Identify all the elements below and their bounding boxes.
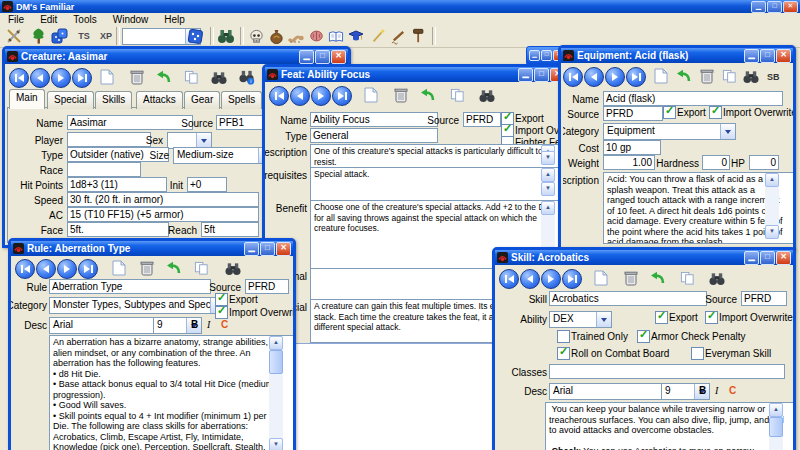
source-input[interactable]: PFRD [245,279,289,294]
ability-dropdown[interactable]: DEX [549,311,612,328]
maximize-button[interactable]: □ [260,242,275,256]
app-minimize-button[interactable]: ▁ [751,1,766,13]
scroll-thumb[interactable] [269,350,283,374]
color-button[interactable]: C [729,385,736,396]
tab-spells[interactable]: Spells [221,91,262,109]
nav-last-button[interactable] [332,86,352,106]
delete-icon[interactable] [391,86,411,104]
nav-first-button[interactable] [563,67,583,87]
close-button[interactable]: ✕ [776,251,791,265]
feat-titlebar[interactable]: Feat: Ability Focus ▁ □ ✕ [265,67,567,82]
italic-button[interactable]: I [715,385,718,396]
undo-icon[interactable] [647,269,667,287]
app-maximize-button[interactable]: □ [767,1,782,13]
copy-icon[interactable] [719,67,739,85]
bold-button[interactable]: B [191,319,198,330]
dropdown-arrow-icon[interactable] [596,312,611,327]
nav-next-button[interactable] [605,67,625,87]
minimize-button[interactable]: ▁ [744,251,759,265]
category-dropdown[interactable]: Equipment [603,123,736,140]
export-checkbox[interactable] [663,106,676,119]
new-record-icon[interactable] [109,259,129,277]
undo-icon[interactable] [153,68,173,86]
nav-next-button[interactable] [51,68,71,88]
hp-input[interactable]: 0 [749,155,779,170]
skill-desc-textarea[interactable]: You can keep your balance while traversi… [545,402,796,450]
type-input[interactable]: General [310,128,438,143]
undo-icon[interactable] [673,67,693,85]
undo-icon[interactable] [417,86,437,104]
nav-next-button[interactable] [311,86,331,106]
rule-input[interactable]: Aberration Type [49,279,211,294]
undo-icon[interactable] [163,259,183,277]
nav-first-button[interactable] [9,68,29,88]
delete-icon[interactable] [697,67,717,85]
find-icon[interactable] [223,259,243,277]
description-scrollbar[interactable]: ▲▼ [765,173,779,239]
source-input[interactable]: PFRD [603,106,663,121]
crossed-swords-icon[interactable] [4,26,24,46]
tree-icon[interactable] [28,26,48,46]
dice-roll-icon[interactable] [186,26,206,46]
find-icon[interactable] [741,67,761,85]
tab-attacks[interactable]: Attacks [136,91,183,109]
close-button[interactable]: ✕ [776,49,791,63]
skill-titlebar[interactable]: Skill: Acrobatics ▁ □ ✕ [495,250,793,265]
font-dropdown[interactable]: Arial [49,317,170,334]
money-bag-icon[interactable] [266,26,286,46]
sb-button[interactable]: SB [767,72,780,82]
app-titlebar[interactable]: DM's Familiar ▁ □ ✕ [0,0,800,13]
rule-desc-textarea[interactable]: An aberration has a bizarre anatomy, str… [49,335,296,450]
ts-button[interactable]: TS [74,26,94,46]
menu-window[interactable]: Window [105,14,157,25]
tab-gear[interactable]: Gear [184,91,220,109]
menu-edit[interactable]: Edit [32,14,65,25]
scroll-thumb[interactable] [769,417,783,437]
rule-titlebar[interactable]: Rule: Aberration Type ▁ □ ✕ [11,241,293,256]
tab-special[interactable]: Special [47,91,94,109]
menu-help[interactable]: Help [156,14,193,25]
book-icon[interactable] [326,26,346,46]
minimize-button[interactable]: ▁ [244,242,259,256]
find-icon[interactable] [477,86,497,104]
nav-last-button[interactable] [626,67,646,87]
export-checkbox[interactable] [655,311,668,324]
copy-icon[interactable] [181,68,201,86]
minimize-button[interactable]: ▁ [518,68,533,82]
source-input[interactable]: PFRD [463,112,501,127]
skull-icon[interactable] [246,26,266,46]
menu-tools[interactable]: Tools [65,14,104,25]
war-hammer-icon[interactable] [408,26,428,46]
nav-prev-button[interactable] [584,67,604,87]
copy-icon[interactable] [677,269,697,287]
new-record-icon[interactable] [651,67,671,85]
graduation-cap-icon[interactable] [346,26,366,46]
everyman-skill-checkbox[interactable] [691,347,704,360]
italic-button[interactable]: I [207,319,210,330]
find-icon[interactable] [209,68,229,86]
color-button[interactable]: C [221,319,228,330]
name-input[interactable]: Ability Focus [310,112,438,127]
xp-button[interactable]: XP [96,26,116,46]
creature-icon[interactable] [286,26,306,46]
nav-last-button[interactable] [72,68,92,88]
minimize-button[interactable]: ▁ [299,50,314,64]
prerequisites-textarea[interactable]: Special attack. [310,167,570,201]
cost-input[interactable]: 10 gp [603,140,661,155]
maximize-button[interactable]: □ [541,50,552,61]
nav-first-button[interactable] [15,259,35,279]
rule-desc-scrollbar[interactable]: ▲▼ [269,336,283,450]
description-scrollbar[interactable]: ▲▼ [541,145,555,165]
tab-main[interactable]: Main [9,89,45,109]
bold-button[interactable]: B [699,385,706,396]
delete-icon[interactable] [137,259,157,277]
import-overwrite-checkbox[interactable] [215,306,228,319]
creature-titlebar[interactable]: Creature: Aasimar ▁ □ ✕ [5,49,348,64]
category-dropdown[interactable]: Monster Types, Subtypes and Special Abi [49,297,226,314]
nav-last-button[interactable] [78,259,98,279]
maximize-button[interactable]: □ [534,68,549,82]
nav-next-button[interactable] [541,269,561,289]
nav-prev-button[interactable] [30,68,50,88]
import-overwrite-checkbox[interactable] [705,311,718,324]
wand-icon[interactable] [368,26,388,46]
